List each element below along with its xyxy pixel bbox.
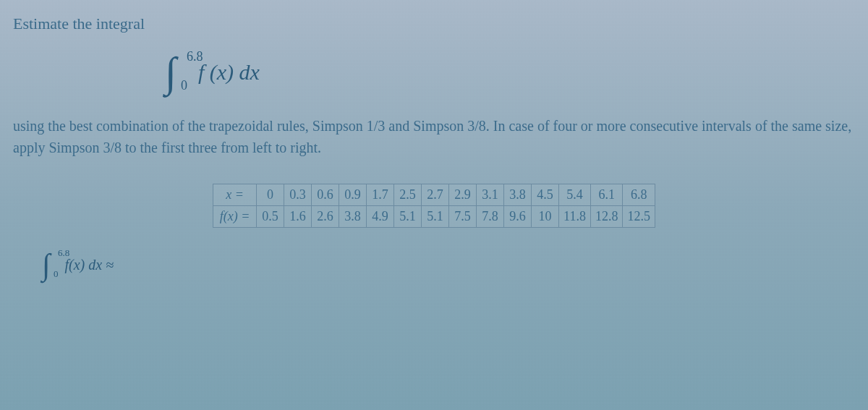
fx-cell: 11.8 — [559, 206, 591, 228]
x-cell: 3.1 — [477, 184, 504, 206]
fx-cell: 12.5 — [623, 206, 655, 228]
x-cell: 0.9 — [339, 184, 367, 206]
lower-bound-small: 0 — [54, 269, 59, 278]
integral-expression: ∫ 6.8 0 f (x) dx — [165, 51, 855, 93]
fx-cell: 5.1 — [394, 206, 422, 228]
fx-cell: 0.5 — [257, 206, 284, 228]
fx-cell: 7.5 — [449, 206, 477, 228]
x-cell: 0.6 — [312, 184, 339, 206]
fx-cell: 7.8 — [477, 206, 504, 228]
table-row-x: x = 0 0.3 0.6 0.9 1.7 2.5 2.7 2.9 3.1 3.… — [213, 184, 655, 206]
x-cell: 6.8 — [623, 184, 655, 206]
row-header-x: x = — [213, 184, 257, 206]
integrand: f (x) dx — [198, 60, 260, 85]
lower-bound: 0 — [181, 79, 187, 92]
fx-cell: 5.1 — [422, 206, 449, 228]
x-cell: 4.5 — [532, 184, 559, 206]
fx-cell: 9.6 — [504, 206, 532, 228]
x-cell: 1.7 — [367, 184, 394, 206]
x-cell: 6.1 — [590, 184, 623, 206]
fx-cell: 10 — [532, 206, 559, 228]
upper-bound: 6.8 — [187, 50, 203, 63]
data-table: x = 0 0.3 0.6 0.9 1.7 2.5 2.7 2.9 3.1 3.… — [213, 184, 655, 228]
upper-bound-small: 6.8 — [58, 248, 69, 257]
table-row-fx: f(x) = 0.5 1.6 2.6 3.8 4.9 5.1 5.1 7.5 7… — [213, 206, 655, 228]
integral-symbol: ∫ 6.8 0 — [165, 51, 176, 93]
instruction-text: using the best combination of the trapez… — [13, 115, 855, 158]
x-cell: 2.9 — [449, 184, 477, 206]
x-cell: 2.7 — [422, 184, 449, 206]
x-cell: 0 — [257, 184, 284, 206]
fx-cell: 4.9 — [367, 206, 394, 228]
prompt-text: Estimate the integral — [13, 14, 855, 33]
x-cell: 0.3 — [284, 184, 312, 206]
row-header-fx: f(x) = — [213, 206, 257, 228]
fx-cell: 2.6 — [312, 206, 339, 228]
fx-cell: 1.6 — [284, 206, 312, 228]
x-cell: 3.8 — [504, 184, 532, 206]
x-cell: 2.5 — [394, 184, 422, 206]
answer-expression: ∫ 6.8 0 f(x) dx ≈ — [42, 249, 855, 280]
fx-cell: 3.8 — [339, 206, 367, 228]
answer-integrand: f(x) dx ≈ — [65, 257, 114, 273]
x-cell: 5.4 — [559, 184, 591, 206]
integral-symbol-small: ∫ 6.8 0 — [42, 249, 51, 280]
fx-cell: 12.8 — [590, 206, 623, 228]
